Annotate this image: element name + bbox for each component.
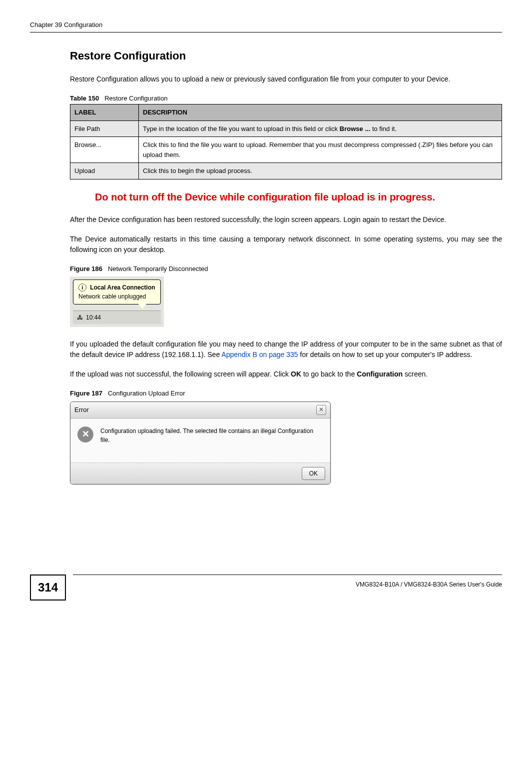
figure-187-caption: Figure 187 Configuration Upload Error [70, 388, 502, 398]
table-header-description: DESCRIPTION [139, 104, 502, 121]
paragraph-disconnect: The Device automatically restarts in thi… [70, 234, 502, 255]
configuration-literal: Configuration [357, 370, 403, 378]
table-header-label: LABEL [70, 104, 139, 121]
figure-caption-prefix: Figure 187 [70, 390, 102, 397]
section-heading: Restore Configuration [70, 48, 502, 64]
intro-paragraph: Restore Configuration allows you to uplo… [70, 74, 502, 84]
footer-guide-title: VMG8324-B10A / VMG8324-B30A Series User'… [73, 574, 502, 600]
tooltip-text: Network cable unplugged [78, 293, 146, 300]
restore-config-table: LABEL DESCRIPTION File Path Type in the … [70, 104, 502, 180]
figure-187: Error ✕ ✕ Configuration uploading failed… [70, 402, 502, 484]
network-tooltip-figure: i Local Area Connection Network cable un… [70, 276, 164, 327]
paragraph-fail-after: screen. [405, 370, 428, 378]
dialog-title-text: Error [74, 405, 89, 415]
figure-186-caption: Figure 186 Network Temporarily Disconnec… [70, 264, 502, 274]
info-icon: i [78, 284, 86, 292]
error-icon: ✕ [77, 426, 93, 442]
figure-caption-rest: Configuration Upload Error [108, 390, 185, 397]
table-cell-label: File Path [70, 120, 139, 137]
tooltip-tail [138, 304, 146, 309]
table-cell-description: Click this to begin the upload process. [139, 163, 502, 180]
table-row: Upload Click this to begin the upload pr… [70, 163, 502, 180]
tooltip-title: Local Area Connection [90, 284, 155, 291]
table-cell-description: Type in the location of the file you wan… [139, 120, 502, 137]
paragraph-fail-between: to go back to the [303, 370, 357, 378]
table-cell-label: Browse... [70, 137, 139, 163]
tooltip-balloon: i Local Area Connection Network cable un… [73, 280, 161, 304]
page-footer: 314 VMG8324-B10A / VMG8324-B30A Series U… [30, 574, 502, 600]
figure-caption-rest: Network Temporarily Disconnected [108, 265, 208, 272]
dialog-message: Configuration uploading failed. The sele… [100, 426, 323, 444]
appendix-link[interactable]: Appendix B on page 335 [221, 350, 298, 358]
table-cell-description: Click this to find the file you want to … [139, 137, 502, 163]
table-cell-text: Type in the location of the file you wan… [143, 125, 340, 132]
close-button[interactable]: ✕ [316, 405, 326, 415]
figure-186: i Local Area Connection Network cable un… [70, 276, 502, 327]
table-row: File Path Type in the location of the fi… [70, 120, 502, 137]
table-cell-text: to find it. [372, 125, 397, 132]
warning-heading: Do not turn off the Device while configu… [95, 190, 502, 204]
page-number: 314 [30, 574, 66, 600]
figure-caption-prefix: Figure 186 [70, 265, 102, 272]
dialog-body: ✕ Configuration uploading failed. The se… [70, 418, 330, 462]
table-cell-bold: Browse ... [340, 125, 370, 132]
tray-clock: 10:44 [86, 313, 101, 322]
ok-button[interactable]: OK [302, 467, 325, 480]
paragraph-upload-fail: If the upload was not successful, the fo… [70, 369, 502, 380]
table-row: Browse... Click this to find the file yo… [70, 137, 502, 163]
paragraph-after-warning: After the Device configuration has been … [70, 214, 502, 225]
table-caption-prefix: Table 150 [70, 94, 99, 102]
dialog-titlebar: Error ✕ [70, 402, 330, 418]
table-caption: Table 150 Restore Configuration [70, 94, 502, 104]
ok-literal: OK [291, 370, 301, 378]
dialog-footer: OK [70, 462, 330, 484]
system-tray: 🖧 10:44 [73, 310, 161, 324]
paragraph-ip-after: for details on how to set up your comput… [300, 350, 473, 358]
paragraph-fail-before: If the upload was not successful, the fo… [70, 370, 291, 378]
network-disconnected-icon: 🖧 [77, 313, 83, 322]
error-dialog: Error ✕ ✕ Configuration uploading failed… [70, 402, 331, 484]
chapter-header: Chapter 39 Configuration [30, 20, 502, 30]
header-rule [30, 32, 502, 32]
table-cell-label: Upload [70, 163, 139, 180]
table-caption-rest: Restore Configuration [104, 94, 167, 102]
paragraph-ip: If you uploaded the default configuratio… [70, 339, 502, 360]
